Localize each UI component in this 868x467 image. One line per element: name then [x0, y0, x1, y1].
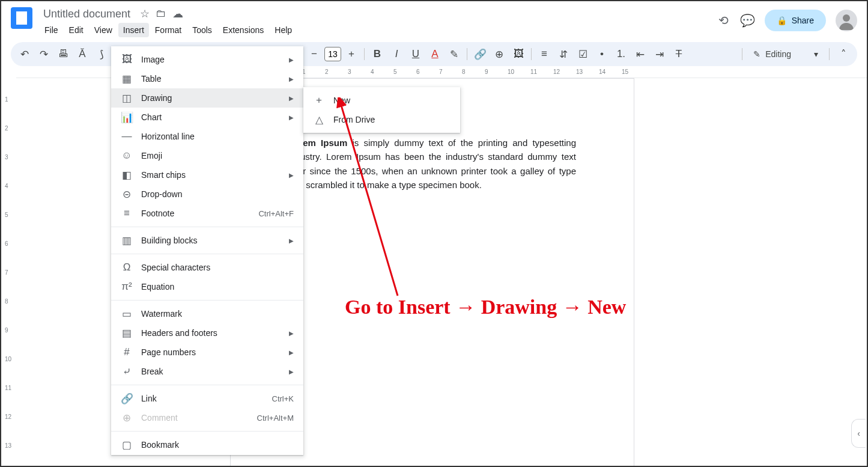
document-body[interactable]: Lorem Ipsum is simply dummy text of the …: [288, 136, 576, 192]
side-panel-toggle[interactable]: ‹: [851, 419, 866, 448]
chevron-right-icon: ▶: [289, 95, 294, 102]
menu-edit[interactable]: Edit: [64, 23, 88, 37]
insert-menu-smartchips[interactable]: ◧Smart chips▶: [111, 165, 303, 185]
insert-menu-headers[interactable]: ▤Headers and footers▶: [111, 323, 303, 343]
insert-menu-dropdown[interactable]: ⊝Drop-down: [111, 185, 303, 204]
print-button[interactable]: 🖶: [54, 45, 72, 63]
vertical-ruler[interactable]: 1234567891011121314: [1, 78, 16, 467]
break-icon: ⤶: [121, 365, 133, 378]
decrease-font-button[interactable]: −: [305, 45, 323, 63]
document-title[interactable]: Untitled document: [43, 8, 130, 20]
menu-help[interactable]: Help: [270, 23, 297, 37]
menu-tools[interactable]: Tools: [187, 23, 217, 37]
title-area: Untitled document ☆ 🗀 ☁ File Edit View I…: [40, 6, 717, 37]
line-spacing-button[interactable]: ⇵: [554, 45, 572, 63]
insert-menu-watermark[interactable]: ▭Watermark: [111, 304, 303, 323]
link-icon: 🔗: [121, 392, 133, 405]
menu-extensions[interactable]: Extensions: [218, 23, 269, 37]
spellcheck-button[interactable]: Ă: [73, 45, 91, 63]
insert-menu-bookmark[interactable]: ▢Bookmark: [111, 435, 303, 454]
increase-indent-button[interactable]: ⇥: [651, 45, 669, 63]
move-icon[interactable]: 🗀: [156, 7, 166, 20]
italic-button[interactable]: I: [387, 45, 405, 63]
insert-menu-table[interactable]: ▦Table▶: [111, 69, 303, 88]
share-button[interactable]: 🔒 Share: [765, 10, 826, 31]
insert-link-button[interactable]: 🔗: [471, 45, 489, 63]
equation-icon: π²: [121, 281, 133, 293]
chevron-right-icon: ▶: [289, 76, 294, 82]
chevron-down-icon: ▾: [814, 49, 818, 59]
insert-menu-break[interactable]: ⤶Break▶: [111, 362, 303, 381]
insert-menu-image[interactable]: 🖼Image▶: [111, 50, 303, 69]
add-comment-button[interactable]: ⊕: [490, 45, 508, 63]
history-icon[interactable]: ⟲: [717, 13, 731, 28]
chart-icon: 📊: [121, 111, 133, 124]
text-color-button[interactable]: A: [426, 45, 444, 63]
insert-menu-equation[interactable]: π²Equation: [111, 277, 303, 296]
underline-button[interactable]: U: [407, 45, 425, 63]
hide-menus-button[interactable]: ˄: [834, 45, 852, 63]
bulleted-list-button[interactable]: •: [593, 45, 611, 63]
decrease-indent-button[interactable]: ⇤: [631, 45, 649, 63]
dropdown-icon: ⊝: [121, 188, 133, 201]
redo-button[interactable]: ↷: [35, 45, 53, 63]
chevron-right-icon: ▶: [289, 56, 294, 63]
smartchips-icon: ◧: [121, 169, 133, 182]
insert-menu-pagenum[interactable]: #Page numbers▶: [111, 343, 303, 362]
insert-menu-special[interactable]: ΩSpecial characters: [111, 258, 303, 277]
chevron-right-icon: ▶: [289, 172, 294, 179]
pencil-icon: ✎: [753, 49, 760, 59]
undo-button[interactable]: ↶: [16, 45, 34, 63]
docs-logo-icon[interactable]: [11, 7, 32, 29]
fromdrive-icon: △: [313, 114, 325, 126]
header: Untitled document ☆ 🗀 ☁ File Edit View I…: [1, 1, 867, 40]
menu-insert[interactable]: Insert: [118, 23, 149, 37]
chevron-right-icon: ▶: [289, 349, 294, 356]
insert-menu-emoji[interactable]: ☺Emoji: [111, 146, 303, 165]
insert-menu-chart[interactable]: 📊Chart▶: [111, 108, 303, 127]
comments-icon[interactable]: 💬: [741, 13, 755, 28]
insert-menu: 🖼Image▶▦Table▶◫Drawing▶📊Chart▶―Horizonta…: [111, 46, 303, 455]
bold-button[interactable]: B: [368, 45, 386, 63]
cloud-status-icon[interactable]: ☁: [172, 7, 183, 20]
align-button[interactable]: ≡: [535, 45, 553, 63]
insert-menu-link[interactable]: 🔗LinkCtrl+K: [111, 389, 303, 408]
blocks-icon: ▥: [121, 234, 133, 247]
star-icon[interactable]: ☆: [140, 7, 150, 20]
headers-icon: ▤: [121, 327, 133, 340]
menu-format[interactable]: Format: [150, 23, 186, 37]
checklist-button[interactable]: ☑: [574, 45, 592, 63]
account-avatar[interactable]: [836, 10, 857, 31]
highlight-button[interactable]: ✎: [445, 45, 463, 63]
insert-image-button[interactable]: 🖼: [509, 45, 527, 63]
font-size-control: − +: [305, 45, 360, 63]
increase-font-button[interactable]: +: [342, 45, 360, 63]
header-right: ⟲ 💬 🔒 Share: [717, 10, 857, 31]
font-size-input[interactable]: [324, 47, 341, 61]
numbered-list-button[interactable]: 1.: [612, 45, 630, 63]
footnote-icon: ≡: [121, 207, 133, 219]
new-icon: +: [313, 94, 325, 106]
insert-menu-hrule[interactable]: ―Horizontal line: [111, 127, 303, 146]
pagenum-icon: #: [121, 346, 133, 358]
clear-formatting-button[interactable]: T: [670, 45, 688, 63]
image-icon: 🖼: [121, 53, 133, 66]
drawing-submenu: +New△From Drive: [303, 87, 460, 133]
menu-view[interactable]: View: [90, 23, 117, 37]
comment-icon: ⊕: [121, 412, 133, 424]
insert-menu-footnote[interactable]: ≡FootnoteCtrl+Alt+F: [111, 204, 303, 223]
table-icon: ▦: [121, 73, 133, 85]
watermark-icon: ▭: [121, 308, 133, 320]
special-icon: Ω: [121, 261, 133, 273]
chevron-right-icon: ▶: [289, 330, 294, 337]
emoji-icon: ☺: [121, 150, 133, 162]
share-label: Share: [792, 16, 814, 25]
insert-menu-blocks[interactable]: ▥Building blocks▶: [111, 231, 303, 250]
drawing-submenu-fromdrive[interactable]: △From Drive: [303, 110, 460, 129]
insert-menu-comment: ⊕CommentCtrl+Alt+M: [111, 408, 303, 427]
paint-format-button[interactable]: ⟆: [93, 45, 111, 63]
menu-file[interactable]: File: [40, 23, 63, 37]
insert-menu-drawing[interactable]: ◫Drawing▶: [111, 88, 303, 108]
drawing-submenu-new[interactable]: +New: [303, 91, 460, 110]
editing-mode-button[interactable]: ✎ Editing ▾: [747, 47, 824, 61]
